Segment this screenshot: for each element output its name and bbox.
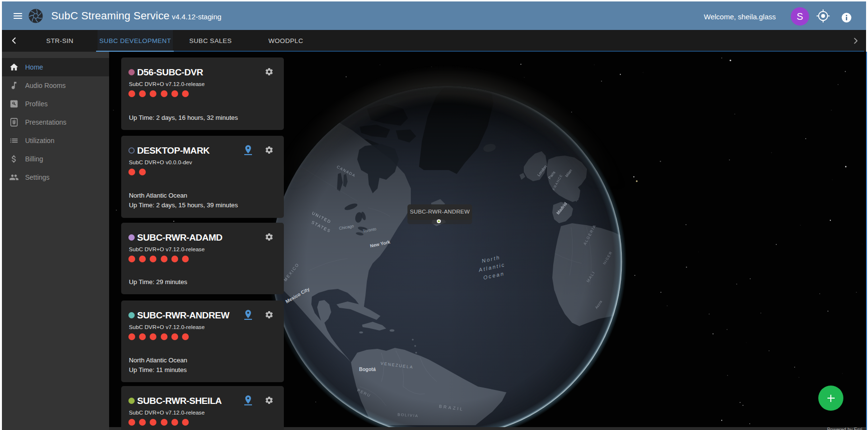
svg-text:Bogotá: Bogotá [359, 367, 376, 372]
